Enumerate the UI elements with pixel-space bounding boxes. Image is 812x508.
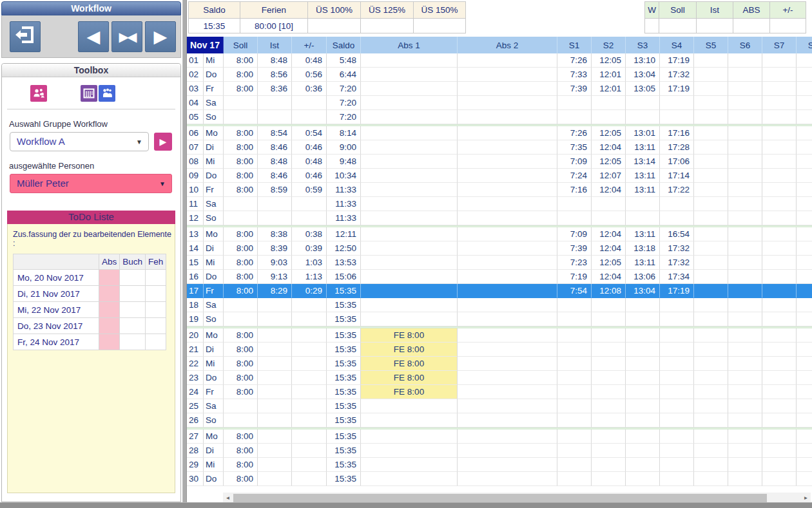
grid-row-23[interactable]: 23Do8:0015:35FE 8:00 [187,371,812,385]
abs2-cell [458,284,557,298]
grid-row-30[interactable]: 30Do8:0015:35 [187,472,812,486]
todo-row[interactable]: Fr, 24 Nov 2017 [14,334,166,350]
grid-row-07[interactable]: 07Di8:008:460:469:007:3512:0413:1117:28 [187,140,812,155]
s6-cell [728,126,762,140]
s4-cell [660,197,694,211]
grid-col-header: Abs 1 [361,37,458,53]
grid-row-11[interactable]: 11Sa11:33 [187,197,812,211]
todo-abs-cell[interactable] [99,318,120,334]
grid-col-header: S7 [762,37,797,53]
s8-cell [797,82,812,96]
grid-row-17[interactable]: 17Fr8:008:290:2915:357:5412:0813:0417:19 [187,284,812,298]
s3-cell: 13:01 [626,126,660,140]
abs1-cell [361,140,458,155]
todo-buch-cell[interactable] [120,318,146,334]
summary-right-header-cell: Soll [659,2,697,19]
grid-row-20[interactable]: 20Mo8:0015:35FE 8:00 [187,328,812,343]
todo-abs-cell[interactable] [99,302,120,318]
todo-buch-cell[interactable] [120,302,146,318]
grid-row-16[interactable]: 16Do8:009:131:1315:067:1912:0413:0617:34 [187,270,812,284]
grid-row-08[interactable]: 08Mi8:008:480:489:487:0912:0513:1417:06 [187,155,812,169]
ist-cell: 8:48 [258,155,292,169]
group-pink-icon[interactable] [30,85,47,102]
scrollbar-thumb[interactable] [233,494,767,502]
todo-feh-cell[interactable] [146,302,166,318]
calendar-icon[interactable] [81,85,97,102]
todo-feh-cell[interactable] [146,318,166,334]
day-name-cell: Mi [204,357,224,371]
s3-cell [626,343,660,357]
grid-row-13[interactable]: 13Mo8:008:380:3812:117:0912:0413:1116:54 [187,227,812,241]
abs1-cell [361,458,458,472]
todo-row[interactable]: Mi, 22 Nov 2017 [14,302,166,318]
grid-row-28[interactable]: 28Di8:0015:35 [187,444,812,458]
todo-section: ToDo Liste Zus.fassung der zu bearbeiten… [7,211,175,493]
s6-cell [728,155,762,169]
day-number-cell: 21 [187,343,204,357]
grid-body: 01Mi8:008:480:485:487:2612:0513:1017:190… [187,53,812,486]
grid-row-14[interactable]: 14Di8:008:390:3912:507:3912:0413:1817:32 [187,241,812,256]
next-button[interactable]: ▶ [145,21,176,52]
todo-row[interactable]: Di, 21 Nov 2017 [14,286,166,302]
s3-cell [626,96,660,110]
todo-buch-cell[interactable] [120,286,146,302]
todo-abs-cell[interactable] [99,286,120,302]
todo-row[interactable]: Mo, 20 Nov 2017 [14,270,166,286]
s3-cell: 13:11 [626,256,660,270]
grid-row-29[interactable]: 29Mi8:0015:35 [187,458,812,472]
grid-row-27[interactable]: 27Mo8:0015:35 [187,429,812,444]
todo-feh-cell[interactable] [146,270,166,286]
todo-feh-cell[interactable] [146,286,166,302]
soll-cell [224,96,258,110]
grid-col-header: S2 [592,37,626,53]
grid-row-01[interactable]: 01Mi8:008:480:485:487:2612:0513:1017:19 [187,53,812,68]
grid-row-02[interactable]: 02Do8:008:560:566:447:3312:0113:0417:32 [187,68,812,82]
s8-cell [797,169,812,183]
grid-row-05[interactable]: 05So7:20 [187,110,812,124]
group-select[interactable]: Workflow A ▼ [10,132,149,151]
grid-row-18[interactable]: 18Sa15:35 [187,298,812,312]
todo-abs-cell[interactable] [99,270,120,286]
go-to-current-button[interactable]: ▶◀ [111,21,142,52]
grid-row-04[interactable]: 04Sa7:20 [187,96,812,110]
grid-row-22[interactable]: 22Mi8:0015:35FE 8:00 [187,357,812,371]
grid-row-12[interactable]: 12So11:33 [187,211,812,225]
grid-row-06[interactable]: 06Mo8:008:540:548:147:2612:0513:0117:16 [187,126,812,140]
sidebar-splitter[interactable] [182,0,187,508]
soll-cell: 8:00 [224,284,258,298]
grid-row-19[interactable]: 19So15:35 [187,312,812,326]
s8-cell [797,96,812,110]
group-blue-icon[interactable] [99,85,115,102]
s7-cell [762,169,797,183]
grid-row-09[interactable]: 09Do8:008:460:4610:347:2412:0713:1117:14 [187,169,812,183]
grid-row-21[interactable]: 21Di8:0015:35FE 8:00 [187,343,812,357]
s4-cell: 17:19 [660,284,694,298]
todo-abs-cell[interactable] [99,334,120,350]
todo-feh-cell[interactable] [146,334,166,350]
persons-select[interactable]: Müller Peter ▼ [10,174,172,193]
s2-cell [592,96,626,110]
workflow-toolbar: ◀ ▶◀ ▶ [1,15,181,58]
run-workflow-button[interactable]: ▶ [154,133,172,151]
s4-cell [660,399,694,413]
exit-button[interactable] [10,21,41,52]
todo-row[interactable]: Do, 23 Nov 2017 [14,318,166,334]
grid-row-15[interactable]: 15Mi8:009:031:0313:537:2312:0513:1117:32 [187,256,812,270]
grid-row-25[interactable]: 25Sa15:35 [187,399,812,413]
s5-cell [694,197,728,211]
todo-buch-cell[interactable] [120,334,146,350]
abs1-cell [361,413,458,428]
grid-row-24[interactable]: 24Fr8:0015:35FE 8:00 [187,385,812,399]
todo-buch-cell[interactable] [120,270,146,286]
day-name-cell: Mo [204,328,224,343]
grid-row-03[interactable]: 03Fr8:008:360:367:207:3912:0113:0517:19 [187,82,812,96]
grid-row-10[interactable]: 10Fr8:008:590:5911:337:1612:0413:1117:22 [187,183,812,197]
s4-cell: 17:19 [660,53,694,68]
day-name-cell: Fr [204,385,224,399]
s1-cell: 7:39 [557,241,592,256]
abs2-cell [458,68,557,82]
day-name-cell: Di [204,444,224,458]
previous-button[interactable]: ◀ [78,21,109,52]
grid-row-26[interactable]: 26So15:35 [187,413,812,428]
s4-cell: 17:28 [660,140,694,155]
